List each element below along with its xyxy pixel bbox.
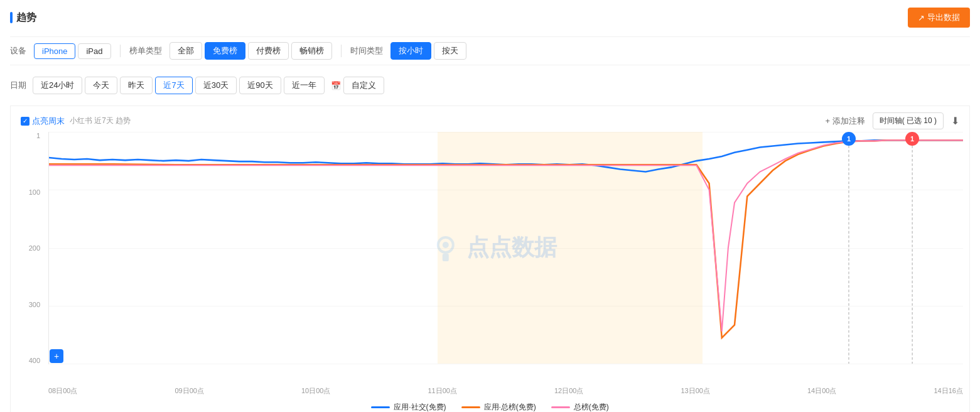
legend-item-social: 应用·社交(免费) bbox=[371, 402, 446, 412]
x-label-12: 12日00点 bbox=[554, 386, 583, 396]
x-label-14-16: 14日16点 bbox=[934, 386, 963, 396]
chart-svg bbox=[49, 132, 963, 364]
header: 趋势 ↗ 导出数据 bbox=[10, 8, 970, 28]
time-type-daily-btn[interactable]: 按天 bbox=[434, 42, 466, 60]
date-90days-btn[interactable]: 近90天 bbox=[239, 77, 281, 94]
y-axis: 1 100 200 300 400 bbox=[11, 132, 45, 364]
chart-type-grossing-btn[interactable]: 畅销榜 bbox=[291, 42, 332, 60]
chart-container: 点亮周末 小红书 近7天 趋势 + 添加注释 时间轴( 已选 10 ) ⬇ 1 … bbox=[10, 106, 970, 412]
y-label-300: 300 bbox=[16, 301, 40, 308]
orange-line bbox=[49, 140, 963, 338]
divider-1 bbox=[120, 45, 121, 57]
grid-line-100 bbox=[49, 364, 963, 364]
annotation-dot-red[interactable]: 1 bbox=[905, 132, 919, 146]
date-label: 日期 bbox=[10, 80, 26, 91]
download-icon[interactable]: ⬇ bbox=[951, 115, 959, 127]
chart-actions: + 添加注释 时间轴( 已选 10 ) ⬇ bbox=[825, 112, 959, 129]
annotation-pin-2: 1 bbox=[905, 132, 919, 146]
toolbar-row: 设备 iPhone iPad 榜单类型 全部 免费榜 付费榜 畅销榜 时间类型 … bbox=[10, 36, 970, 65]
x-label-14-00: 14日00点 bbox=[807, 386, 836, 396]
page-title: 趋势 bbox=[10, 11, 36, 24]
legend-item-overall: 应用·总榜(免费) bbox=[461, 402, 536, 412]
legend-label-social: 应用·社交(免费) bbox=[394, 402, 446, 412]
legend-label-overall: 应用·总榜(免费) bbox=[484, 402, 536, 412]
chart-type-paid-btn[interactable]: 付费榜 bbox=[248, 42, 289, 60]
chart-type-btn-group: 全部 免费榜 付费榜 畅销榜 bbox=[170, 42, 332, 60]
date-row: 日期 近24小时 今天 昨天 近7天 近30天 近90天 近一年 📅 自定义 bbox=[10, 72, 970, 99]
legend-line-pink bbox=[551, 406, 570, 408]
title-text: 趋势 bbox=[16, 11, 36, 24]
page: 趋势 ↗ 导出数据 设备 iPhone iPad 榜单类型 全部 免费榜 付费榜… bbox=[0, 0, 980, 412]
legend-item-total: 总榜(免费) bbox=[551, 402, 609, 412]
export-icon: ↗ bbox=[918, 13, 925, 23]
export-label: 导出数据 bbox=[927, 12, 960, 23]
x-label-11: 11日00点 bbox=[428, 386, 457, 396]
pink-line bbox=[49, 140, 963, 331]
date-custom-btn[interactable]: 自定义 bbox=[343, 77, 384, 94]
chart-subtitle: 小红书 近7天 趋势 bbox=[70, 116, 131, 126]
y-label-1: 1 bbox=[16, 132, 40, 139]
legend-label-total: 总榜(免费) bbox=[574, 402, 609, 412]
y-label-100: 100 bbox=[16, 188, 40, 196]
date-1year-btn[interactable]: 近一年 bbox=[284, 77, 325, 94]
time-type-btn-group: 按小时 按天 bbox=[390, 42, 466, 60]
annotation-dot-blue[interactable]: 1 bbox=[842, 132, 856, 146]
export-button[interactable]: ↗ 导出数据 bbox=[908, 8, 970, 28]
chart-title-area: 点亮周末 小红书 近7天 趋势 bbox=[21, 116, 131, 127]
device-btn-group: iPhone iPad bbox=[34, 43, 111, 59]
plus-button[interactable]: + bbox=[50, 349, 63, 363]
chart-type-label: 榜单类型 bbox=[129, 45, 162, 57]
y-label-200: 200 bbox=[16, 244, 40, 252]
device-ipad-btn[interactable]: iPad bbox=[78, 43, 110, 59]
legend-line-orange bbox=[461, 406, 480, 408]
chart-legend: 应用·社交(免费) 应用·总榜(免费) 总榜(免费) bbox=[11, 396, 969, 412]
time-axis-btn[interactable]: 时间轴( 已选 10 ) bbox=[873, 112, 944, 129]
x-label-13: 13日00点 bbox=[681, 386, 710, 396]
annotation-pin-1: 1 bbox=[842, 132, 856, 146]
date-today-btn[interactable]: 今天 bbox=[85, 77, 117, 94]
time-type-label: 时间类型 bbox=[350, 45, 383, 57]
x-label-09: 09日00点 bbox=[175, 386, 204, 396]
date-30days-btn[interactable]: 近30天 bbox=[195, 77, 237, 94]
chart-drawing-area: 1 100 200 300 400 bbox=[11, 132, 969, 396]
x-label-08: 08日00点 bbox=[48, 386, 77, 396]
chart-type-free-btn[interactable]: 免费榜 bbox=[205, 42, 245, 60]
highlight-weekend-label: 点亮周末 bbox=[32, 116, 65, 127]
legend-line-blue bbox=[371, 406, 390, 408]
title-accent-bar bbox=[10, 12, 13, 23]
date-btn-group: 近24小时 今天 昨天 近7天 近30天 近90天 近一年 📅 自定义 bbox=[33, 77, 384, 94]
chart-inner: 点点数据 1 bbox=[48, 132, 963, 364]
time-type-hourly-btn[interactable]: 按小时 bbox=[390, 42, 431, 60]
date-7days-btn[interactable]: 近7天 bbox=[155, 77, 192, 94]
highlight-weekend-checkbox[interactable]: 点亮周末 bbox=[21, 116, 65, 127]
chart-header: 点亮周末 小红书 近7天 趋势 + 添加注释 时间轴( 已选 10 ) ⬇ bbox=[11, 106, 969, 132]
date-24h-btn[interactable]: 近24小时 bbox=[33, 77, 82, 94]
x-label-10: 10日00点 bbox=[301, 386, 330, 396]
date-yesterday-btn[interactable]: 昨天 bbox=[120, 77, 153, 94]
checkbox-icon bbox=[21, 117, 30, 126]
device-label: 设备 bbox=[10, 45, 26, 57]
device-iphone-btn[interactable]: iPhone bbox=[34, 43, 75, 59]
divider-2 bbox=[341, 45, 342, 57]
chart-type-all-btn[interactable]: 全部 bbox=[170, 42, 202, 60]
add-annotation-btn[interactable]: + 添加注释 bbox=[825, 116, 864, 127]
y-label-400: 400 bbox=[16, 357, 40, 364]
calendar-icon: 📅 bbox=[331, 81, 341, 90]
x-axis: 08日00点 09日00点 10日00点 11日00点 12日00点 13日00… bbox=[48, 377, 963, 396]
